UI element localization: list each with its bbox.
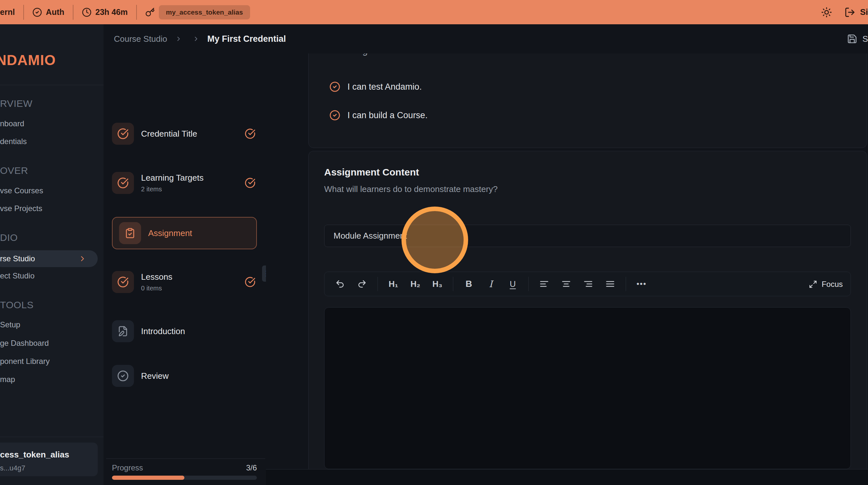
redo-icon (357, 279, 367, 289)
step-complete-icon (245, 177, 255, 189)
learning-target-item: I can build a Course. (329, 110, 428, 121)
learning-targets-card: g I can test Andamio. I can build a Cour… (308, 53, 867, 148)
auth-check-icon (32, 7, 42, 17)
circle-check-icon (117, 370, 129, 382)
credential-steps-panel: Credential Title Learning Targets 2 item… (103, 53, 266, 485)
align-left-icon (539, 279, 549, 289)
heading3-button[interactable]: H₃ (431, 276, 444, 292)
sidebar-item-badge-dashboard[interactable]: ge Dashboard (0, 339, 49, 348)
main-content: g I can test Andamio. I can build a Cour… (266, 53, 868, 469)
bold-button[interactable]: B (462, 276, 475, 292)
focus-mode-button[interactable]: Focus (809, 272, 843, 296)
divider (23, 5, 24, 20)
sidebar-item-project-studio[interactable]: ect Studio (0, 271, 35, 280)
divider (453, 277, 453, 291)
sidebar-section-discover: OVER (0, 165, 28, 176)
sidebar-section-studio: DIO (0, 232, 18, 243)
session-timer: 23h 46m (82, 7, 128, 17)
page-header: Course Studio My First Credential S (103, 24, 868, 54)
topbar-left-text: ernl (0, 7, 15, 17)
step-review[interactable]: Review (112, 360, 257, 392)
clock-icon (82, 7, 92, 17)
access-token-badge[interactable]: my_access_token_alias (159, 5, 250, 20)
sidebar-section-tools: TOOLS (0, 299, 34, 311)
step-icon-box (119, 222, 141, 244)
learning-target-text: I can build a Course. (347, 110, 428, 120)
key-icon (145, 7, 155, 17)
step-learning-targets[interactable]: Learning Targets 2 items (112, 167, 257, 198)
align-center-button[interactable] (560, 276, 572, 292)
step-title: Credential Title (141, 129, 245, 139)
circle-check-icon (117, 177, 129, 189)
rich-text-editor-area[interactable] (324, 307, 851, 469)
breadcrumb-current-page: My First Credential (207, 34, 286, 44)
token-segment: my_access_token_alias (145, 5, 250, 20)
underline-button[interactable]: U (506, 276, 519, 292)
learning-target-text: I can test Andamio. (347, 82, 422, 92)
more-options-button[interactable]: ••• (635, 276, 648, 292)
expand-icon (809, 280, 817, 288)
undo-button[interactable] (334, 276, 346, 292)
step-title: Introduction (141, 326, 257, 336)
divider (377, 277, 378, 291)
sidebar-item-setup[interactable]: Setup (0, 320, 20, 329)
step-assignment-active[interactable]: Assignment (112, 217, 257, 249)
sidebar-item-sitemap[interactable]: map (0, 375, 15, 384)
andamio-logo[interactable]: NDAMIO (0, 52, 56, 68)
card-subtitle: What will learners do to demonstrate mas… (324, 184, 498, 194)
assignment-content-card: Assignment Content What will learners do… (308, 151, 867, 469)
step-complete-icon (245, 128, 255, 139)
card-title: Assignment Content (324, 167, 419, 178)
step-title: Assignment (148, 228, 256, 238)
progress-value: 3/6 (112, 463, 257, 473)
align-right-button[interactable] (582, 276, 595, 292)
sidebar-section-overview: RVIEW (0, 98, 32, 109)
step-icon-box (112, 365, 134, 387)
circle-check-icon (329, 110, 340, 121)
sidebar-item-course-studio-active[interactable]: rse Studio (0, 250, 98, 267)
step-icon-box (112, 172, 134, 194)
align-justify-button[interactable] (604, 276, 617, 292)
italic-button[interactable]: I (484, 276, 497, 292)
topbar-signout-button[interactable]: Si (844, 7, 868, 18)
save-button[interactable]: S (847, 24, 868, 53)
token-card[interactable]: cess_token_alias s...u4g7 (0, 443, 98, 476)
sidebar-item-browse-projects[interactable]: vse Projects (0, 204, 42, 213)
top-status-bar: ernl Auth 23h 46m my_access_token_alias … (0, 0, 868, 24)
heading1-button[interactable]: H₁ (387, 276, 400, 292)
circle-check-icon (117, 276, 129, 288)
sidebar-item-credentials[interactable]: dentials (0, 137, 27, 146)
step-subtitle: 2 items (141, 186, 245, 193)
theme-toggle-sun-icon[interactable] (821, 7, 832, 18)
step-complete-icon (245, 277, 255, 287)
progress-bar (112, 476, 257, 480)
assignment-title-input[interactable] (324, 225, 851, 247)
step-lessons[interactable]: Lessons 0 items (112, 266, 257, 297)
sidebar-item-browse-courses[interactable]: vse Courses (0, 186, 43, 195)
step-subtitle: 0 items (141, 285, 245, 292)
step-introduction[interactable]: Introduction (112, 316, 257, 347)
heading2-button[interactable]: H₂ (409, 276, 422, 292)
token-card-hash: s...u4g7 (0, 464, 25, 473)
sidebar: NDAMIO RVIEW nboard dentials OVER vse Co… (0, 24, 104, 485)
undo-icon (335, 279, 345, 289)
breadcrumb-course-studio[interactable]: Course Studio (114, 34, 167, 44)
divider (73, 5, 73, 20)
step-title: Review (141, 371, 257, 381)
align-right-icon (583, 279, 593, 289)
auth-status: Auth (32, 7, 64, 17)
align-left-button[interactable] (538, 276, 551, 292)
circle-check-icon (117, 128, 129, 140)
circle-check-icon (329, 81, 340, 92)
sidebar-item-label: rse Studio (0, 254, 35, 263)
sidebar-item-dashboard[interactable]: nboard (0, 119, 24, 128)
sidebar-item-component-library[interactable]: ponent Library (0, 357, 50, 366)
align-justify-icon (605, 279, 615, 289)
redo-button[interactable] (355, 276, 369, 292)
save-label: S (863, 34, 868, 44)
divider (106, 458, 265, 459)
step-credential-title[interactable]: Credential Title (112, 118, 257, 149)
chevron-right-icon (192, 35, 199, 42)
bottom-strip (266, 469, 868, 485)
save-icon (847, 34, 857, 44)
